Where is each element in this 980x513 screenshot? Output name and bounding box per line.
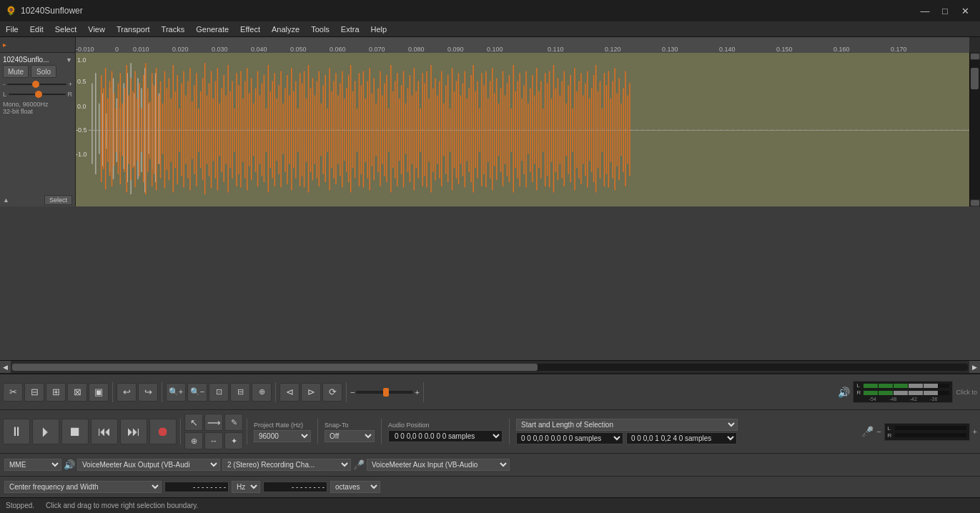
snap-to-right-button[interactable]: ⊳ [301, 383, 321, 402]
hz-value-input[interactable] [164, 482, 229, 492]
select-track-button[interactable]: Select [44, 195, 72, 205]
ruler-scale[interactable]: -0.010 0 0.010 0.020 0.030 0.040 0.050 0… [76, 37, 969, 53]
host-select[interactable]: MME Windows DirectSound Windows WASAPI [4, 459, 61, 471]
record-stop-button[interactable]: ⏺ [149, 419, 177, 444]
record-vu-plus[interactable]: + [973, 427, 977, 436]
separator-9 [381, 419, 382, 444]
draw-tool-button[interactable]: ✎ [224, 414, 243, 431]
playback-vu-icon[interactable]: 🔊 [838, 387, 850, 398]
app-title: 10240Sunflower [21, 6, 83, 16]
snap-loop-button[interactable]: ⟳ [322, 383, 342, 402]
zoom-fit-button[interactable]: ⊟ [230, 383, 250, 402]
scroll-right-button[interactable]: ▶ [969, 361, 980, 374]
scroll-thumb[interactable] [971, 68, 979, 89]
cut-button[interactable]: ✂ [3, 383, 23, 402]
vu-numbers: -54 -48 -42 -36 [856, 397, 949, 402]
prev-button[interactable]: ⏮ [91, 419, 118, 444]
selection-mode-select[interactable]: Start and Length of Selection Start and … [516, 419, 738, 431]
snap-to-select[interactable]: Off Nearest Prior [325, 430, 375, 442]
track-menu-icon[interactable]: ▼ [66, 56, 72, 64]
freq-mode-select[interactable]: Center frequency and Width Low and High … [4, 481, 162, 493]
rec-vu-L: L [888, 425, 966, 432]
menu-tracks[interactable]: Tracks [156, 21, 191, 36]
snap-to-left-button[interactable]: ⊲ [279, 383, 300, 402]
mute-button[interactable]: Mute [3, 65, 29, 78]
scroll-track[interactable] [970, 60, 980, 199]
octaves-unit-select[interactable]: octaves [330, 481, 380, 493]
collapse-icon[interactable]: ▲ [3, 196, 9, 204]
maximize-button[interactable]: □ [936, 4, 954, 18]
next-button[interactable]: ⏭ [120, 419, 147, 444]
mic-out-icon: 🔊 [64, 459, 75, 470]
menu-transport[interactable]: Transport [111, 21, 156, 36]
multi-tool-button[interactable]: ✦ [224, 432, 243, 449]
select-tool-button[interactable]: ↖ [184, 414, 203, 431]
hscroll-track[interactable] [12, 364, 968, 371]
scroll-down-arrow[interactable] [971, 200, 979, 206]
zoom-sel-button[interactable]: ⊡ [209, 383, 229, 402]
menu-file[interactable]: File [0, 21, 24, 36]
play-button[interactable]: ⏵ [32, 419, 59, 444]
menu-tools[interactable]: Tools [305, 21, 335, 36]
stop-button[interactable]: ⏹ [61, 419, 89, 444]
menu-select[interactable]: Select [49, 21, 83, 36]
titlebar-left: 🌻 10240Sunflower [6, 6, 83, 16]
input-device-select[interactable]: VoiceMeeter Aux Input (VB-Audio [367, 459, 510, 471]
menu-view[interactable]: View [82, 21, 111, 36]
selection-field2[interactable]: 0 0 0,0 1 0,2 4 0 samples [626, 432, 737, 444]
right-scrollbar[interactable] [969, 53, 980, 206]
playhead-marker: ▸ [3, 41, 6, 49]
rec-L-bar [895, 426, 966, 430]
timeshift-tool-button[interactable]: ↔ [204, 432, 223, 449]
audio-position-select[interactable]: 0 0 0,0 0 0.0 0 0 samples [388, 430, 503, 442]
speed-slider-thumb[interactable] [383, 388, 389, 397]
menu-effect[interactable]: Effect [234, 21, 266, 36]
menu-generate[interactable]: Generate [190, 21, 234, 36]
menu-analyze[interactable]: Analyze [266, 21, 305, 36]
close-button[interactable]: ✕ [956, 4, 974, 18]
zoom-out-button[interactable]: 🔍− [187, 383, 207, 402]
selection-field1[interactable]: 0 0 0,0 0 0.0 0 0 samples [516, 432, 623, 444]
speed-slider-track[interactable] [356, 391, 413, 394]
envelope-tool-button[interactable]: ⟿ [204, 414, 223, 431]
channels-select[interactable]: 2 (Stereo) Recording Cha... [222, 459, 351, 471]
project-rate-select[interactable]: 96000 44100 48000 192000 [254, 430, 311, 442]
ruler-tick-12: 0.110 [548, 46, 564, 53]
copy-button[interactable]: ⊟ [24, 383, 44, 402]
pause-button[interactable]: ⏸ [3, 419, 30, 444]
solo-button[interactable]: Solo [31, 65, 56, 78]
trim-button[interactable]: ⊠ [67, 383, 87, 402]
waveform-display[interactable]: 1.0 0.5 0.0 -0.5 -1.0 [76, 53, 969, 206]
horizontal-scrollbar[interactable]: ◀ ▶ [0, 360, 980, 373]
paste-button[interactable]: ⊞ [46, 383, 66, 402]
menu-edit[interactable]: Edit [24, 21, 49, 36]
menu-extra[interactable]: Extra [335, 21, 365, 36]
speed-plus[interactable]: + [415, 388, 419, 397]
gain-minus: - [3, 81, 5, 88]
output-device-select[interactable]: VoiceMeeter Aux Output (VB-Audi [77, 459, 220, 471]
speed-minus[interactable]: − [350, 388, 355, 397]
record-vu-minus[interactable]: − [876, 427, 881, 436]
track-info: Mono, 96000Hz 32-bit float [3, 101, 72, 115]
minimize-button[interactable]: — [916, 4, 934, 18]
scroll-left-button[interactable]: ◀ [0, 361, 11, 374]
toolbar-row1: ✂ ⊟ ⊞ ⊠ ▣ ↩ ↪ 🔍+ 🔍− ⊡ ⊟ ⊕ ⊲ ⊳ ⟳ [0, 374, 980, 410]
hscroll-thumb[interactable] [12, 364, 538, 371]
menu-help[interactable]: Help [365, 21, 393, 36]
undo-button[interactable]: ↩ [117, 383, 137, 402]
ruler-tick-7: 0.060 [330, 46, 346, 53]
rec-R-bar [895, 433, 966, 437]
zoom-in-button[interactable]: 🔍+ [166, 383, 186, 402]
scroll-up-arrow[interactable] [971, 54, 979, 59]
separator-10 [509, 419, 510, 444]
audio-position-section: Audio Position 0 0 0,0 0 0.0 0 0 samples [385, 422, 505, 442]
hz-unit-select[interactable]: Hz kHz [232, 481, 260, 493]
separator-3 [275, 382, 276, 402]
record-vu-icon[interactable]: 🎤 [861, 426, 873, 437]
zoom-tool-button[interactable]: ⊕ [184, 432, 203, 449]
silence-button[interactable]: ▣ [89, 383, 109, 402]
zoom-all-button[interactable]: ⊕ [252, 383, 272, 402]
octaves-value-input[interactable] [263, 482, 327, 492]
redo-button[interactable]: ↪ [138, 383, 158, 402]
selection-fields: 0 0 0,0 0 0.0 0 0 samples 0 0 0,0 1 0,2 … [516, 432, 738, 444]
